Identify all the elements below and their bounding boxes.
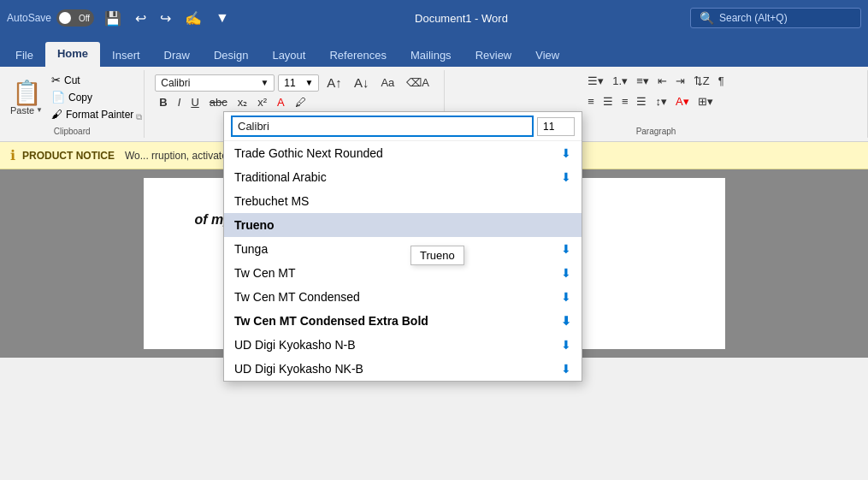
bold-button[interactable]: B	[155, 94, 171, 110]
font-grow-button[interactable]: A↑	[322, 74, 346, 92]
font-dropdown-arrow: ▼	[260, 78, 269, 87]
notice-icon: ℹ	[10, 147, 15, 163]
change-case-button[interactable]: Aa	[376, 74, 399, 91]
font-color-button[interactable]: A	[273, 94, 289, 110]
italic-button[interactable]: I	[174, 94, 186, 110]
show-para-button[interactable]: ¶	[715, 72, 728, 90]
tab-design[interactable]: Design	[202, 44, 260, 67]
cloud-download-icon[interactable]: ⬇	[561, 362, 571, 376]
tab-layout[interactable]: Layout	[260, 44, 317, 67]
font-size-arrow: ▼	[304, 78, 313, 87]
font-item[interactable]: Traditional Arabic⬇	[224, 165, 582, 189]
para-row-2: ≡ ☰ ≡ ☰ ↕▾ A▾ ⊞▾	[584, 92, 727, 110]
cut-button[interactable]: ✂ Cut	[48, 72, 137, 88]
touch-icon[interactable]: ✍	[181, 9, 205, 28]
tab-insert[interactable]: Insert	[100, 44, 152, 67]
font-item[interactable]: Tw Cen MT Condensed⬇	[224, 285, 582, 309]
search-box[interactable]: 🔍 Search (Alt+Q)	[690, 8, 861, 28]
increase-indent-button[interactable]: ⇥	[672, 72, 688, 90]
paste-label: Paste	[10, 105, 34, 116]
search-placeholder: Search (Alt+Q)	[719, 12, 788, 24]
font-item[interactable]: UD Digi Kyokasho N-B⬇	[224, 333, 582, 357]
clipboard-small-buttons: ✂ Cut 📄 Copy 🖌 Format Painter	[48, 72, 137, 124]
cloud-download-icon[interactable]: ⬇	[561, 314, 571, 328]
align-right-button[interactable]: ≡	[618, 92, 632, 110]
font-item[interactable]: Trade Gothic Next Rounded⬇	[224, 141, 582, 165]
notice-label: PRODUCT NOTICE	[22, 150, 115, 162]
customize-icon[interactable]: ▼	[212, 9, 233, 27]
clipboard-group: 📋 Paste ▼ ✂ Cut 📄 Copy 🖌 Format Painter …	[0, 70, 145, 138]
subscript-button[interactable]: x₂	[233, 94, 252, 110]
font-controls: Calibri ▼ 11 ▼ A↑ A↓ Aa ⌫A B I U abc x₂ …	[151, 72, 437, 112]
autosave-state: Off	[79, 14, 90, 23]
superscript-button[interactable]: x²	[253, 94, 271, 110]
paste-dropdown-arrow[interactable]: ▼	[36, 106, 43, 114]
borders-button[interactable]: ⊞▾	[694, 92, 717, 110]
font-selector[interactable]: Calibri ▼	[155, 74, 275, 92]
bullets-button[interactable]: ☰▾	[584, 72, 607, 90]
font-size-selector[interactable]: 11 ▼	[278, 74, 319, 92]
font-item[interactable]: Trueno	[224, 213, 582, 237]
cut-icon: ✂	[51, 74, 61, 86]
format-painter-label: Format Painter	[66, 109, 133, 121]
tab-view[interactable]: View	[523, 44, 571, 67]
autosave-toggle[interactable]: Off	[56, 9, 94, 27]
redo-icon[interactable]: ↪	[156, 9, 174, 28]
highlight-button[interactable]: 🖊	[291, 94, 310, 110]
format-painter-button[interactable]: 🖌 Format Painter	[48, 106, 137, 122]
sort-button[interactable]: ⇅Z	[690, 72, 713, 90]
clipboard-group-label: Clipboard	[0, 125, 144, 136]
paste-button[interactable]: 📋 Paste ▼	[7, 72, 46, 124]
font-list: Trade Gothic Next Rounded⬇Traditional Ar…	[224, 141, 582, 381]
clear-format-button[interactable]: ⌫A	[402, 74, 434, 91]
font-shrink-button[interactable]: A↓	[350, 74, 374, 92]
search-icon: 🔍	[700, 11, 714, 25]
tab-file[interactable]: File	[3, 44, 45, 67]
justify-button[interactable]: ☰	[633, 92, 650, 110]
document-title: Document1 - Word	[239, 12, 683, 25]
ribbon-tabs: File Home Insert Draw Design Layout Refe…	[0, 36, 868, 67]
copy-button[interactable]: 📄 Copy	[48, 89, 137, 105]
font-format-row: B I U abc x₂ x² A 🖊	[155, 94, 434, 110]
tab-references[interactable]: References	[317, 44, 398, 67]
underline-button[interactable]: U	[186, 94, 203, 110]
clipboard-expander-icon[interactable]: ⧉	[136, 112, 142, 122]
save-icon[interactable]: 💾	[101, 9, 125, 28]
title-bar-left: AutoSave Off	[7, 9, 94, 27]
cloud-download-icon[interactable]: ⬇	[561, 290, 571, 304]
undo-icon[interactable]: ↩	[132, 9, 150, 28]
font-item[interactable]: Trebuchet MS	[224, 189, 582, 213]
copy-label: Copy	[68, 92, 92, 104]
cloud-download-icon[interactable]: ⬇	[561, 266, 571, 280]
font-dropdown-header	[224, 112, 582, 141]
tab-draw[interactable]: Draw	[152, 44, 202, 67]
para-row-1: ☰▾ 1.▾ ≡▾ ⇤ ⇥ ⇅Z ¶	[584, 72, 727, 90]
font-value: Calibri	[161, 77, 190, 89]
cloud-download-icon[interactable]: ⬇	[561, 242, 571, 256]
font-search-input[interactable]	[231, 116, 534, 137]
multilevel-button[interactable]: ≡▾	[633, 72, 652, 90]
line-spacing-button[interactable]: ↕▾	[652, 92, 670, 110]
font-row-1: Calibri ▼ 11 ▼ A↑ A↓ Aa ⌫A	[155, 74, 434, 92]
font-item[interactable]: UD Digi Kyokasho NK-B⬇	[224, 357, 582, 381]
cloud-download-icon[interactable]: ⬇	[561, 146, 571, 160]
font-dropdown: Trade Gothic Next Rounded⬇Traditional Ar…	[223, 111, 582, 382]
align-center-button[interactable]: ☰	[599, 92, 617, 110]
numbering-button[interactable]: 1.▾	[609, 72, 631, 90]
tab-home[interactable]: Home	[45, 42, 100, 67]
strikethrough-button[interactable]: abc	[205, 94, 232, 110]
tab-review[interactable]: Review	[464, 44, 524, 67]
shading-button[interactable]: A▾	[672, 92, 693, 110]
font-item[interactable]: Tw Cen MT Condensed Extra Bold⬇	[224, 309, 582, 333]
tab-mailings[interactable]: Mailings	[399, 44, 464, 67]
font-size-input[interactable]	[537, 117, 575, 136]
cut-label: Cut	[64, 74, 80, 86]
cloud-download-icon[interactable]: ⬇	[561, 170, 571, 184]
align-left-button[interactable]: ≡	[584, 92, 598, 110]
decrease-indent-button[interactable]: ⇤	[654, 72, 670, 90]
font-size-value: 11	[284, 77, 295, 89]
format-painter-icon: 🖌	[51, 108, 62, 121]
font-item[interactable]: Tw Cen MT⬇	[224, 261, 582, 285]
font-item[interactable]: Tunga⬇	[224, 237, 582, 261]
cloud-download-icon[interactable]: ⬇	[561, 338, 571, 352]
